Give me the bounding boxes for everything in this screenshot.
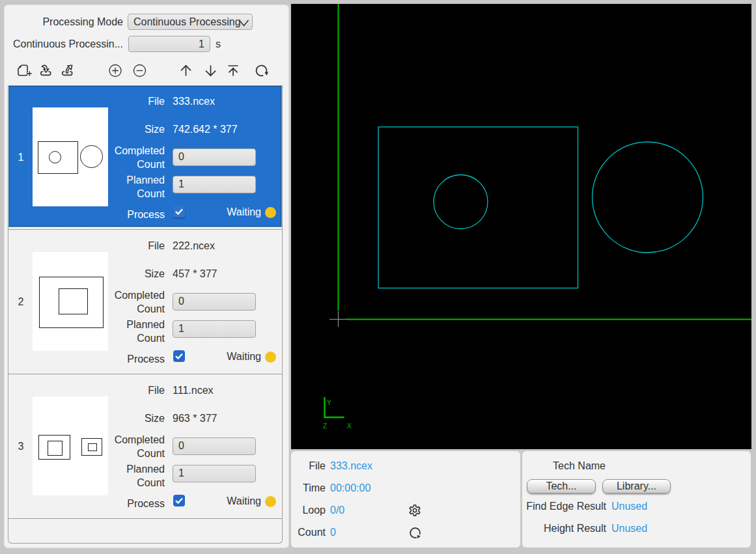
- svg-text:Z: Z: [323, 422, 327, 430]
- svg-text:Y: Y: [327, 399, 331, 406]
- svg-text:X: X: [347, 422, 352, 430]
